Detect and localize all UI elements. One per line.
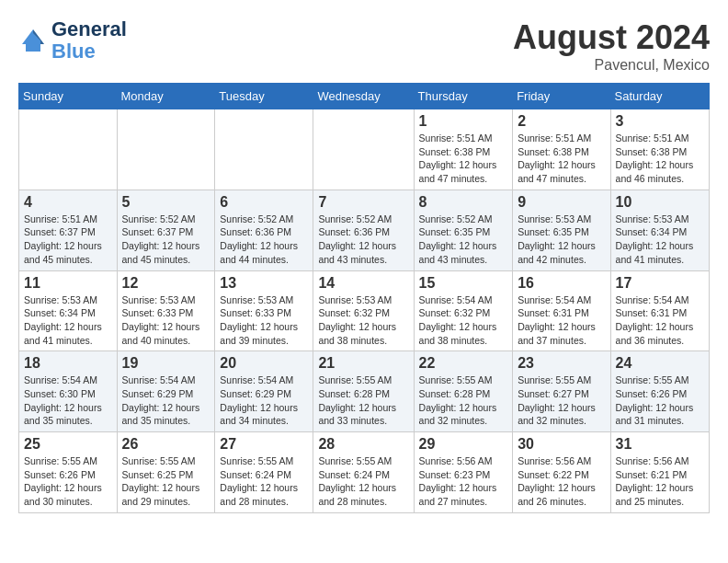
- day-number: 28: [318, 436, 408, 453]
- calendar-day-cell: 24Sunrise: 5:55 AM Sunset: 6:26 PM Dayli…: [610, 351, 709, 432]
- day-info: Sunrise: 5:52 AM Sunset: 6:37 PM Dayligh…: [122, 213, 210, 267]
- day-number: 1: [419, 113, 508, 130]
- day-info: Sunrise: 5:54 AM Sunset: 6:29 PM Dayligh…: [220, 373, 308, 428]
- page-header: General Blue August 2024 Pavencul, Mexic…: [18, 18, 710, 74]
- day-info: Sunrise: 5:55 AM Sunset: 6:26 PM Dayligh…: [616, 373, 704, 428]
- day-number: 21: [318, 355, 408, 372]
- day-info: Sunrise: 5:53 AM Sunset: 6:33 PM Dayligh…: [122, 293, 210, 348]
- logo-text: General Blue: [51, 18, 127, 63]
- logo-icon: [18, 26, 48, 55]
- day-info: Sunrise: 5:55 AM Sunset: 6:25 PM Dayligh…: [122, 454, 210, 509]
- day-info: Sunrise: 5:55 AM Sunset: 6:24 PM Dayligh…: [318, 454, 408, 509]
- calendar-day-cell: 14Sunrise: 5:53 AM Sunset: 6:32 PM Dayli…: [313, 270, 414, 351]
- day-number: 17: [616, 275, 704, 292]
- day-info: Sunrise: 5:52 AM Sunset: 6:35 PM Dayligh…: [419, 213, 508, 267]
- calendar-day-cell: 20Sunrise: 5:54 AM Sunset: 6:29 PM Dayli…: [215, 351, 313, 432]
- calendar-day-cell: 18Sunrise: 5:54 AM Sunset: 6:30 PM Dayli…: [19, 351, 118, 432]
- day-number: 18: [24, 355, 112, 372]
- calendar-day-cell: 25Sunrise: 5:55 AM Sunset: 6:26 PM Dayli…: [19, 432, 118, 513]
- calendar-week-row: 11Sunrise: 5:53 AM Sunset: 6:34 PM Dayli…: [19, 270, 710, 351]
- day-number: 23: [518, 355, 605, 372]
- day-number: 12: [122, 275, 210, 292]
- calendar-day-cell: 28Sunrise: 5:55 AM Sunset: 6:24 PM Dayli…: [313, 432, 414, 513]
- day-number: 15: [419, 275, 508, 292]
- day-number: 31: [616, 436, 704, 453]
- calendar-day-cell: 8Sunrise: 5:52 AM Sunset: 6:35 PM Daylig…: [414, 190, 513, 270]
- day-info: Sunrise: 5:54 AM Sunset: 6:31 PM Dayligh…: [518, 293, 605, 348]
- day-info: Sunrise: 5:54 AM Sunset: 6:30 PM Dayligh…: [24, 373, 112, 428]
- calendar-week-row: 1Sunrise: 5:51 AM Sunset: 6:38 PM Daylig…: [19, 109, 710, 190]
- day-info: Sunrise: 5:51 AM Sunset: 6:38 PM Dayligh…: [518, 132, 605, 186]
- day-number: 25: [24, 436, 112, 453]
- day-number: 8: [419, 194, 508, 211]
- calendar-day-cell: 3Sunrise: 5:51 AM Sunset: 6:38 PM Daylig…: [610, 109, 709, 190]
- weekday-header: Thursday: [414, 84, 513, 109]
- weekday-header: Friday: [513, 84, 610, 109]
- day-info: Sunrise: 5:51 AM Sunset: 6:37 PM Dayligh…: [24, 213, 112, 267]
- day-number: 30: [518, 436, 605, 453]
- weekday-header: Sunday: [19, 84, 118, 109]
- calendar-day-cell: 16Sunrise: 5:54 AM Sunset: 6:31 PM Dayli…: [513, 270, 610, 351]
- day-info: Sunrise: 5:55 AM Sunset: 6:28 PM Dayligh…: [318, 373, 408, 428]
- day-number: 9: [518, 194, 605, 211]
- day-number: 16: [518, 275, 605, 292]
- day-info: Sunrise: 5:52 AM Sunset: 6:36 PM Dayligh…: [318, 213, 408, 267]
- day-info: Sunrise: 5:53 AM Sunset: 6:33 PM Dayligh…: [220, 293, 308, 348]
- day-info: Sunrise: 5:53 AM Sunset: 6:32 PM Dayligh…: [318, 293, 408, 348]
- day-info: Sunrise: 5:53 AM Sunset: 6:34 PM Dayligh…: [24, 293, 112, 348]
- calendar-day-cell: 13Sunrise: 5:53 AM Sunset: 6:33 PM Dayli…: [215, 270, 313, 351]
- day-info: Sunrise: 5:54 AM Sunset: 6:32 PM Dayligh…: [419, 293, 508, 348]
- day-info: Sunrise: 5:56 AM Sunset: 6:22 PM Dayligh…: [518, 454, 605, 509]
- calendar-week-row: 25Sunrise: 5:55 AM Sunset: 6:26 PM Dayli…: [19, 432, 710, 513]
- calendar-day-cell: 29Sunrise: 5:56 AM Sunset: 6:23 PM Dayli…: [414, 432, 513, 513]
- day-number: 10: [616, 194, 704, 211]
- calendar-day-cell: [313, 109, 414, 190]
- day-number: 19: [122, 355, 210, 372]
- logo-line1: General: [51, 18, 127, 40]
- day-info: Sunrise: 5:52 AM Sunset: 6:36 PM Dayligh…: [220, 213, 308, 267]
- day-number: 2: [518, 113, 605, 130]
- day-number: 26: [122, 436, 210, 453]
- day-number: 11: [24, 275, 112, 292]
- calendar-day-cell: 11Sunrise: 5:53 AM Sunset: 6:34 PM Dayli…: [19, 270, 118, 351]
- calendar-day-cell: 10Sunrise: 5:53 AM Sunset: 6:34 PM Dayli…: [610, 190, 709, 270]
- location: Pavencul, Mexico: [513, 57, 710, 74]
- calendar-body: 1Sunrise: 5:51 AM Sunset: 6:38 PM Daylig…: [19, 109, 710, 513]
- logo-line2: Blue: [51, 40, 127, 63]
- calendar-day-cell: 23Sunrise: 5:55 AM Sunset: 6:27 PM Dayli…: [513, 351, 610, 432]
- day-number: 6: [220, 194, 308, 211]
- calendar-day-cell: 12Sunrise: 5:53 AM Sunset: 6:33 PM Dayli…: [117, 270, 215, 351]
- calendar-day-cell: 6Sunrise: 5:52 AM Sunset: 6:36 PM Daylig…: [215, 190, 313, 270]
- calendar-day-cell: 31Sunrise: 5:56 AM Sunset: 6:21 PM Dayli…: [610, 432, 709, 513]
- day-number: 20: [220, 355, 308, 372]
- calendar-day-cell: 30Sunrise: 5:56 AM Sunset: 6:22 PM Dayli…: [513, 432, 610, 513]
- day-info: Sunrise: 5:54 AM Sunset: 6:29 PM Dayligh…: [122, 373, 210, 428]
- title-block: August 2024 Pavencul, Mexico: [513, 18, 710, 74]
- day-info: Sunrise: 5:56 AM Sunset: 6:21 PM Dayligh…: [616, 454, 704, 509]
- day-info: Sunrise: 5:53 AM Sunset: 6:35 PM Dayligh…: [518, 213, 605, 267]
- weekday-row: SundayMondayTuesdayWednesdayThursdayFrid…: [19, 84, 710, 109]
- calendar-day-cell: 26Sunrise: 5:55 AM Sunset: 6:25 PM Dayli…: [117, 432, 215, 513]
- calendar-week-row: 18Sunrise: 5:54 AM Sunset: 6:30 PM Dayli…: [19, 351, 710, 432]
- day-number: 27: [220, 436, 308, 453]
- calendar-day-cell: 27Sunrise: 5:55 AM Sunset: 6:24 PM Dayli…: [215, 432, 313, 513]
- day-number: 4: [24, 194, 112, 211]
- calendar-week-row: 4Sunrise: 5:51 AM Sunset: 6:37 PM Daylig…: [19, 190, 710, 270]
- calendar-day-cell: 4Sunrise: 5:51 AM Sunset: 6:37 PM Daylig…: [19, 190, 118, 270]
- weekday-header: Wednesday: [313, 84, 414, 109]
- weekday-header: Monday: [117, 84, 215, 109]
- calendar-day-cell: 22Sunrise: 5:55 AM Sunset: 6:28 PM Dayli…: [414, 351, 513, 432]
- day-number: 24: [616, 355, 704, 372]
- day-info: Sunrise: 5:55 AM Sunset: 6:26 PM Dayligh…: [24, 454, 112, 509]
- calendar-day-cell: 21Sunrise: 5:55 AM Sunset: 6:28 PM Dayli…: [313, 351, 414, 432]
- day-info: Sunrise: 5:56 AM Sunset: 6:23 PM Dayligh…: [419, 454, 508, 509]
- day-info: Sunrise: 5:55 AM Sunset: 6:27 PM Dayligh…: [518, 373, 605, 428]
- day-number: 13: [220, 275, 308, 292]
- logo: General Blue: [18, 18, 127, 63]
- weekday-header: Saturday: [610, 84, 709, 109]
- day-number: 3: [616, 113, 704, 130]
- calendar-day-cell: 19Sunrise: 5:54 AM Sunset: 6:29 PM Dayli…: [117, 351, 215, 432]
- calendar-table: SundayMondayTuesdayWednesdayThursdayFrid…: [18, 83, 710, 513]
- day-info: Sunrise: 5:53 AM Sunset: 6:34 PM Dayligh…: [616, 213, 704, 267]
- calendar-day-cell: [215, 109, 313, 190]
